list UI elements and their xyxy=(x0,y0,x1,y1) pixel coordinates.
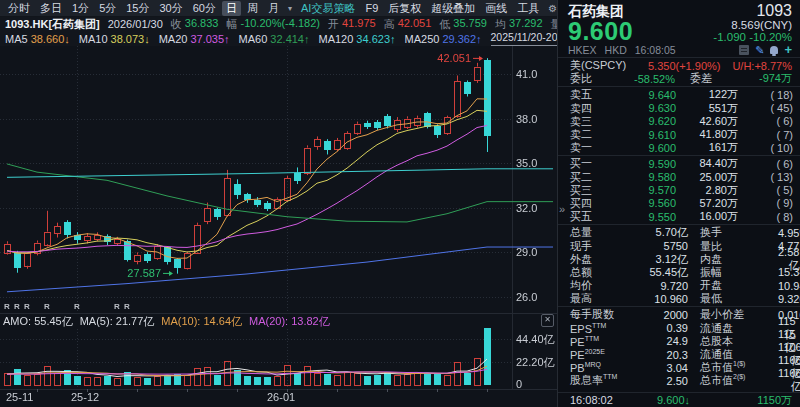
info-field-幅: 幅-10.20%(-4.182) xyxy=(226,17,320,32)
ma-item-MA20: MA2037.035↑ xyxy=(159,33,230,45)
ma-label: MA60 xyxy=(239,33,268,45)
tab-月[interactable]: 月 xyxy=(264,1,283,16)
weibi-label: 委比 xyxy=(570,71,634,86)
stats-value: 20.3 xyxy=(634,349,688,361)
gear-icon[interactable]: ⚙ xyxy=(548,3,557,14)
panel-expander-handle[interactable]: » xyxy=(559,203,565,215)
toolbar-item-画线[interactable]: 画线 xyxy=(480,1,512,16)
info-field-value: 42.051 xyxy=(398,17,432,32)
sell-queue: 卖五9.640122万( 18)卖四9.630551万( 45)卖三9.6204… xyxy=(558,88,800,154)
stats-value: 9.720 xyxy=(634,280,688,292)
book-label: 买五 xyxy=(570,209,604,224)
stats-label-2: 总市值2($) xyxy=(700,373,778,388)
book-price: 9.590 xyxy=(604,158,676,170)
stats-row-PE: PE2025E20.3流通值1106亿 xyxy=(558,348,800,361)
stats-row-最高: 最高10.960最低9.320 xyxy=(558,292,800,305)
alert-bell-icon[interactable] xyxy=(770,46,778,54)
info-field-开: 开41.975 xyxy=(328,17,376,32)
volume-indicator-header: AMO: 55.45亿 MA(5): 21.77亿 MA(10): 14.64亿… xyxy=(3,314,330,329)
quote-panel: » 石药集团 1093 9.600 8.569(CNY) -1.090 -10.… xyxy=(557,0,800,407)
stats-value: 10.960 xyxy=(634,293,688,305)
tick-feed-row[interactable]: 16:08:02 9.600↓ 1150万 xyxy=(558,392,800,407)
info-field-label: 均 xyxy=(495,17,506,32)
tab-多日[interactable]: 多日 xyxy=(36,1,66,16)
order-book-row-卖五[interactable]: 卖五9.640122万( 18) xyxy=(558,88,800,101)
stats-row-总额: 总额55.45亿振幅15.34% xyxy=(558,266,800,279)
ma-item-MA5: MA538.660↓ xyxy=(5,33,70,45)
order-book-row-卖四[interactable]: 卖四9.630551万( 45) xyxy=(558,102,800,115)
stats-row-EPS: EPSTTM0.39流通盘115亿 xyxy=(558,322,800,335)
currency-label: HKD xyxy=(605,44,627,56)
toolbar-item-后复权[interactable]: 后复权 xyxy=(383,1,426,16)
x-tick-jan: 26-01 xyxy=(267,391,295,403)
x-axis-labels: 25-11 25-12 26-01 xyxy=(0,391,512,407)
amo-value: AMO: 55.45亿 xyxy=(3,314,73,329)
ma-label: MA10 xyxy=(79,33,108,45)
order-book-row-卖一[interactable]: 卖一9.600161万( 10) xyxy=(558,141,800,154)
order-book-row-买一[interactable]: 买一9.59084.40万( 6) xyxy=(558,157,800,170)
stats-label: PETTM xyxy=(570,335,634,348)
tab-1分[interactable]: 1分 xyxy=(68,1,93,16)
book-count: ( 13) xyxy=(738,171,793,183)
candlestick-chart-canvas[interactable] xyxy=(0,46,557,407)
news-icon[interactable] xyxy=(739,45,749,55)
tab-30分[interactable]: 30分 xyxy=(156,1,187,16)
stats-row-每手股数: 每手股数2000最小价差0.010 xyxy=(558,308,800,321)
info-field-value: 37.292 xyxy=(509,17,543,32)
stats-row-外盘: 外盘3.12亿内盘2.58亿 xyxy=(558,253,800,266)
stats-label: PE2025E xyxy=(570,348,634,361)
order-book-row-买三[interactable]: 买三9.5702.80万( 5) xyxy=(558,184,800,197)
info-field-value: 36.833 xyxy=(185,17,219,32)
stats-row-股息率: 股息率TTM2.50总市值2($)1106亿 xyxy=(558,374,800,387)
stats-value: 0.39 xyxy=(634,322,688,334)
exchange-label: HKEX xyxy=(568,44,597,56)
stats-value-2: 15.34% xyxy=(778,266,800,278)
toolbar-item-AI交易策略[interactable]: AI交易策略 xyxy=(296,1,360,16)
stats-row-均价: 均价9.720开盘10.940 xyxy=(558,279,800,292)
tab-周[interactable]: 周 xyxy=(243,1,262,16)
period-dropdown-caret-icon[interactable]: ▾ xyxy=(288,4,292,13)
order-book-row-买四[interactable]: 买四9.56057.20万( 9) xyxy=(558,197,800,210)
tab-日[interactable]: 日 xyxy=(222,1,241,16)
ma-values: MA538.660↓MA1038.073↓MA2037.035↑MA6032.4… xyxy=(5,33,482,45)
info-field-label: 收 xyxy=(171,17,182,32)
quote-info-bar: 1093.HK[石药集团] 2026/01/30 收36.833幅-10.20%… xyxy=(0,17,557,31)
tab-5分[interactable]: 5分 xyxy=(95,1,120,16)
order-book-row-卖三[interactable]: 卖三9.62042.60万( 6) xyxy=(558,115,800,128)
stats-table: 总量5.70亿换手4.95%现手5750量比4.77外盘3.12亿内盘2.58亿… xyxy=(558,226,800,387)
info-field-高: 高42.051 xyxy=(384,17,432,32)
stats-label: PBMRQ xyxy=(570,361,634,374)
quote-time: 16:08:05 xyxy=(635,44,676,56)
uh-premium: U/H:+8.77% xyxy=(732,60,792,72)
add-watchlist-icon[interactable]: + xyxy=(784,44,792,55)
toolbar-item-工具[interactable]: 工具 xyxy=(512,1,544,16)
stats-label: 最高 xyxy=(570,291,634,306)
weibi-row: 委比 -58.52% 委差 -974万 xyxy=(558,72,800,85)
x-tick-nov: 25-11 xyxy=(6,391,33,403)
stats-value: 2.50 xyxy=(634,375,688,387)
book-volume: 16.00万 xyxy=(676,209,738,224)
us-adr-price: 5.350(+1.90%) xyxy=(648,60,720,72)
toolbar-item-超级叠加[interactable]: 超级叠加 xyxy=(426,1,480,16)
stock-code: 1093 xyxy=(756,2,792,20)
ma-value: 38.660↓ xyxy=(31,33,70,45)
order-book-row-买五[interactable]: 买五9.55016.00万( 8) xyxy=(558,210,800,223)
close-volume-pane-icon[interactable]: ✕ xyxy=(541,314,554,327)
tab-60分[interactable]: 60分 xyxy=(189,1,220,16)
order-book-row-买二[interactable]: 买二9.58025.00万( 13) xyxy=(558,171,800,184)
book-price: 9.600 xyxy=(604,142,676,154)
order-book-row-卖二[interactable]: 卖二9.61041.80万( 7) xyxy=(558,128,800,141)
stats-value: 55.45亿 xyxy=(634,265,688,280)
book-price: 9.550 xyxy=(604,211,676,223)
volume-ma20-value: MA(20): 13.82亿 xyxy=(249,314,330,329)
book-count: ( 45) xyxy=(738,102,793,114)
info-field-低: 低35.759 xyxy=(439,17,487,32)
pencil-icon[interactable]: ✎ xyxy=(755,45,764,55)
info-field-均: 均37.292 xyxy=(495,17,543,32)
ma-item-MA60: MA6032.414↑ xyxy=(239,33,310,45)
tab-15分[interactable]: 15分 xyxy=(122,1,153,16)
toolbar-item-F9[interactable]: F9 xyxy=(360,2,383,14)
stats-value: 5.70亿 xyxy=(634,225,688,240)
alt-currency-price: 8.569(CNY) xyxy=(731,19,792,31)
tab-分时[interactable]: 分时 xyxy=(4,1,34,16)
